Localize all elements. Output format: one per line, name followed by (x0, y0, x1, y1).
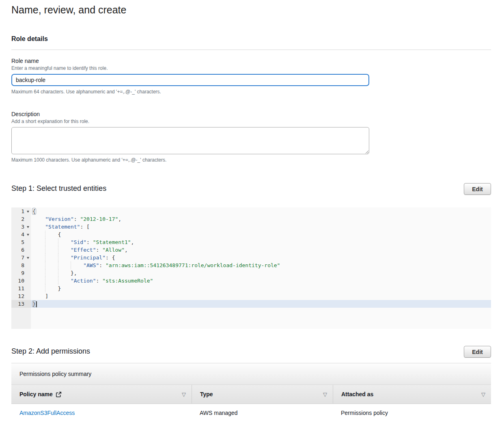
table-row: AmazonS3FullAccess AWS managed Permissio… (11, 404, 491, 421)
trust-policy-code-editor[interactable]: 1{2"Version": "2012-10-17",3"Statement":… (11, 207, 491, 329)
editor-line-number: 9 (11, 269, 31, 277)
permissions-summary-header: Permissions policy summary (11, 363, 491, 385)
external-link-icon (56, 391, 62, 397)
role-name-input[interactable] (11, 74, 369, 86)
editor-line-number: 6 (11, 246, 31, 254)
editor-line[interactable]: 7"Principal": { (11, 254, 491, 261)
code-editor-lines: 1{2"Version": "2012-10-17",3"Statement":… (11, 207, 491, 308)
column-header-policy-name[interactable]: Policy name ▽ (11, 385, 192, 404)
editor-line[interactable]: 2"Version": "2012-10-17", (11, 215, 491, 223)
description-label: Description (11, 111, 491, 117)
step2-edit-button[interactable]: Edit (464, 346, 491, 358)
editor-line-number: 1 (11, 207, 31, 215)
permissions-summary-title: Permissions policy summary (19, 371, 91, 377)
editor-line[interactable]: 6"Effect": "Allow", (11, 246, 491, 254)
attached-as-header-label: Attached as (341, 391, 373, 397)
role-name-label: Role name (11, 58, 491, 64)
sort-icon[interactable]: ▽ (182, 391, 186, 397)
page-title: Name, review, and create (11, 4, 491, 16)
fold-caret-icon[interactable] (27, 211, 29, 213)
permissions-table-header: Policy name ▽ Type ▽ (11, 385, 491, 404)
editor-line-number: 12 (11, 292, 31, 300)
policy-type-cell: AWS managed (192, 404, 333, 421)
text-cursor (36, 301, 37, 307)
role-name-field-group: Role name Enter a meaningful name to ide… (11, 58, 491, 95)
step1-edit-button[interactable]: Edit (464, 183, 491, 195)
permissions-table: Policy name ▽ Type ▽ (11, 385, 491, 421)
column-header-type[interactable]: Type ▽ (192, 385, 333, 404)
editor-line[interactable]: 13} (11, 300, 491, 308)
step1-header: Step 1: Select trusted entities Edit (11, 183, 491, 195)
editor-line-number: 7 (11, 254, 31, 261)
role-name-helper: Enter a meaningful name to identify this… (11, 65, 491, 71)
editor-line-number: 11 (11, 285, 31, 292)
fold-caret-icon[interactable] (27, 226, 29, 228)
policy-name-header-label: Policy name (19, 391, 53, 397)
type-header-label: Type (200, 391, 213, 397)
attached-as-cell: Permissions policy (333, 404, 491, 421)
permissions-panel: Permissions policy summary Policy name (11, 363, 491, 421)
policy-name-link[interactable]: AmazonS3FullAccess (19, 410, 75, 416)
description-textarea[interactable] (11, 127, 369, 154)
editor-line-number: 13 (11, 300, 31, 308)
editor-line[interactable]: 4{ (11, 231, 491, 238)
editor-line[interactable]: 3"Statement": [ (11, 223, 491, 231)
description-constraint: Maximum 1000 characters. Use alphanumeri… (11, 157, 491, 163)
editor-line[interactable]: 5"Sid": "Statement1", (11, 238, 491, 246)
editor-line-number: 2 (11, 215, 31, 223)
editor-line-number: 4 (11, 231, 31, 238)
step2-header: Step 2: Add permissions Edit (11, 346, 491, 358)
role-details-heading: Role details (11, 35, 491, 43)
column-header-attached-as[interactable]: Attached as ▽ (333, 385, 491, 404)
code-editor-empty-area (31, 308, 491, 329)
editor-line[interactable]: 9}, (11, 269, 491, 277)
editor-line[interactable]: 11} (11, 285, 491, 292)
role-name-constraint: Maximum 64 characters. Use alphanumeric … (11, 89, 491, 95)
editor-line-number: 5 (11, 238, 31, 246)
code-editor-filler (11, 308, 491, 329)
description-field-group: Description Add a short explanation for … (11, 111, 491, 163)
sort-icon[interactable]: ▽ (481, 391, 485, 397)
sort-icon[interactable]: ▽ (323, 391, 327, 397)
fold-caret-icon[interactable] (27, 257, 29, 259)
description-helper: Add a short explanation for this role. (11, 119, 491, 124)
fold-caret-icon[interactable] (27, 234, 29, 236)
editor-line[interactable]: 1{ (11, 207, 491, 215)
editor-line[interactable]: 8"AWS": "arn:aws:iam::541263489771:role/… (11, 261, 491, 269)
step1-title: Step 1: Select trusted entities (11, 183, 106, 193)
code-editor-gutter-filler (11, 308, 31, 329)
editor-line-number: 3 (11, 223, 31, 231)
editor-line[interactable]: 12] (11, 292, 491, 300)
policy-name-cell: AmazonS3FullAccess (11, 404, 192, 421)
page-container: Name, review, and create Role details Ro… (11, 0, 491, 421)
editor-line-number: 8 (11, 261, 31, 269)
editor-line[interactable]: 10"Action": "sts:AssumeRole" (11, 277, 491, 285)
step2-title: Step 2: Add permissions (11, 346, 90, 356)
editor-line-number: 10 (11, 277, 31, 285)
role-details-divider (11, 50, 491, 50)
